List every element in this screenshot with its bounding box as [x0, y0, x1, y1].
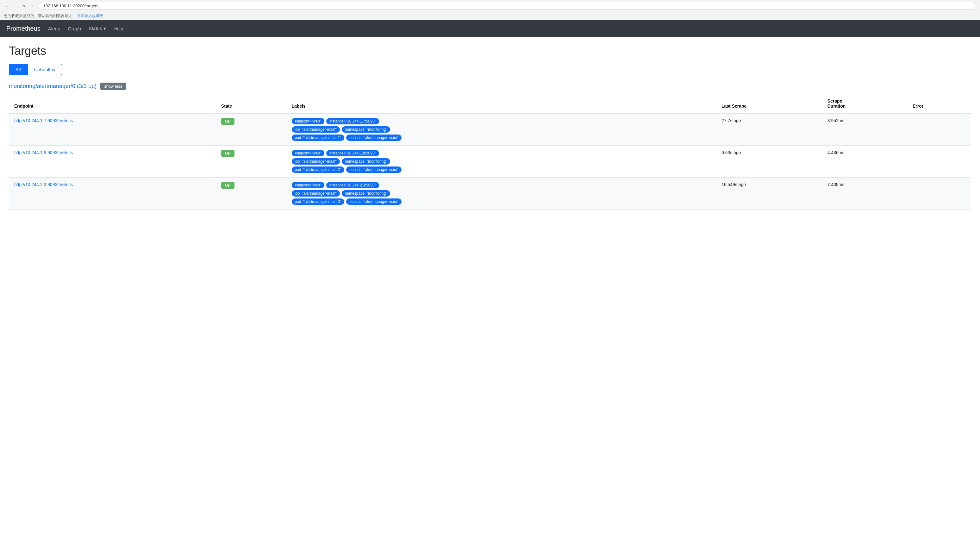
show-less-button[interactable]: show less [100, 83, 126, 90]
state-badge: UP [221, 150, 234, 157]
label-tag: job="alertmanager-main" [292, 190, 340, 197]
label-tag: endpoint="web" [292, 150, 325, 156]
label-tag: pod="alertmanager-main-2" [292, 167, 345, 173]
endpoint-link[interactable]: http://10.244.1.7:9093/metrics [14, 118, 73, 123]
cell-state: UP [216, 178, 287, 210]
cell-labels: endpoint="web"instance="10.244.1.7:9093"… [287, 113, 716, 146]
filter-bar: All Unhealthy [9, 64, 971, 75]
state-badge: UP [221, 118, 234, 125]
label-tag: service="alertmanager-main" [346, 199, 401, 205]
label-tag: instance="10.244.1.7:9093" [326, 118, 379, 124]
col-state: State [216, 94, 287, 114]
home-icon[interactable]: ⌂ [29, 3, 35, 10]
label-tag: instance="10.244.1.8:9093" [326, 150, 379, 156]
bookmark-bar: 您的收藏夹是空的，请从其他浏览器导入。 立即导入收藏夹... [0, 12, 980, 20]
cell-state: UP [216, 113, 287, 146]
nav-help[interactable]: Help [114, 24, 123, 34]
endpoint-link[interactable]: http://10.244.1.8:9093/metrics [14, 150, 73, 155]
cell-last-scrape: 16.549s ago [716, 178, 822, 210]
filter-unhealthy-button[interactable]: Unhealthy [27, 64, 62, 75]
table-header-row: Endpoint State Labels Last Scrape Scrape… [9, 94, 971, 114]
label-tag: namespace="monitoring" [342, 190, 390, 197]
col-endpoint: Endpoint [9, 94, 216, 114]
label-tag: endpoint="web" [292, 182, 325, 188]
col-error: Error [908, 94, 971, 114]
forward-icon[interactable]: → [12, 3, 19, 10]
label-tag: namespace="monitoring" [342, 126, 390, 133]
filter-all-button[interactable]: All [9, 64, 27, 75]
targets-table: Endpoint State Labels Last Scrape Scrape… [9, 94, 971, 210]
table-row: http://10.244.2.3:9093/metricsUPendpoint… [9, 178, 971, 210]
cell-state: UP [216, 146, 287, 178]
cell-scrape-duration: 7.405ms [822, 178, 908, 210]
top-nav: Prometheus Alerts Graph Status ▾ Help [0, 20, 980, 37]
section-title-alertmanager[interactable]: monitoring/alertmanager/0 (3/3 up) [9, 83, 97, 89]
cell-labels: endpoint="web"instance="10.244.2.3:9093"… [287, 178, 716, 210]
address-bar[interactable]: 192.168.100.11:30200/targets [38, 2, 976, 10]
col-last-scrape: Last Scrape [716, 94, 822, 114]
cell-endpoint: http://10.244.1.7:9093/metrics [9, 113, 216, 146]
back-icon[interactable]: ← [4, 3, 11, 10]
section-header-alertmanager: monitoring/alertmanager/0 (3/3 up) show … [9, 83, 971, 90]
label-tag: namespace="monitoring" [342, 158, 390, 165]
nav-alerts[interactable]: Alerts [48, 24, 60, 34]
table-row: http://10.244.1.8:9093/metricsUPendpoint… [9, 146, 971, 178]
cell-labels: endpoint="web"instance="10.244.1.8:9093"… [287, 146, 716, 178]
state-badge: UP [221, 182, 234, 189]
cell-scrape-duration: 3.952ms [822, 113, 908, 146]
nav-graph[interactable]: Graph [68, 24, 81, 34]
cell-last-scrape: 27.7s ago [716, 113, 822, 146]
label-tag: pod="alertmanager-main-0" [292, 199, 345, 205]
cell-error [908, 146, 971, 178]
endpoint-link[interactable]: http://10.244.2.3:9093/metrics [14, 182, 73, 187]
bookmark-import-link[interactable]: 立即导入收藏夹... [77, 14, 107, 18]
nav-brand[interactable]: Prometheus [6, 25, 40, 32]
main-content: Targets All Unhealthy monitoring/alertma… [0, 37, 980, 217]
browser-bar: ← → ↻ ⌂ 192.168.100.11:30200/targets [0, 0, 980, 12]
page-title: Targets [9, 44, 971, 57]
table-row: http://10.244.1.7:9093/metricsUPendpoint… [9, 113, 971, 146]
label-tag: instance="10.244.2.3:9093" [326, 182, 379, 188]
label-tag: job="alertmanager-main" [292, 126, 340, 133]
label-tag: endpoint="web" [292, 118, 325, 124]
label-tag: service="alertmanager-main" [346, 135, 401, 141]
address-text: 192.168.100.11:30200/targets [43, 3, 98, 8]
cell-endpoint: http://10.244.1.8:9093/metrics [9, 146, 216, 178]
nav-status[interactable]: Status ▾ [89, 23, 106, 34]
cell-error [908, 113, 971, 146]
cell-last-scrape: 6.63s ago [716, 146, 822, 178]
cell-endpoint: http://10.244.2.3:9093/metrics [9, 178, 216, 210]
cell-error [908, 178, 971, 210]
col-scrape-duration: ScrapeDuration [822, 94, 908, 114]
label-tag: pod="alertmanager-main-1" [292, 135, 345, 141]
label-tag: service="alertmanager-main" [346, 167, 401, 173]
bookmark-empty-text: 您的收藏夹是空的，请从其他浏览器导入。 [4, 14, 76, 18]
browser-nav-icons: ← → ↻ ⌂ [4, 3, 35, 10]
col-labels: Labels [287, 94, 716, 114]
reload-icon[interactable]: ↻ [20, 3, 27, 10]
label-tag: job="alertmanager-main" [292, 158, 340, 165]
cell-scrape-duration: 4.436ms [822, 146, 908, 178]
